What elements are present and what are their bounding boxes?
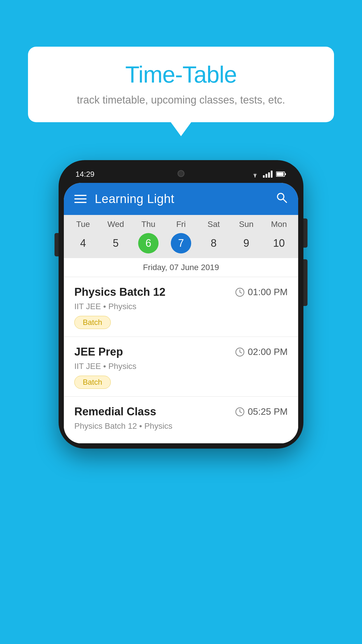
calendar-days-row: Tue4Wed5Thu6Fri7Sat8Sun9Mon10: [64, 220, 298, 258]
schedule-time: 02:00 PM: [235, 346, 288, 357]
speech-bubble-title: Time-Table: [45, 61, 317, 88]
schedule-item-header: Remedial Class 05:25 PM: [74, 405, 288, 418]
time-text: 05:25 PM: [248, 406, 288, 417]
battery-icon: [276, 171, 287, 177]
day-number: 6: [138, 233, 159, 253]
notch: [158, 165, 204, 181]
status-icons: [251, 171, 287, 178]
clock-icon: [235, 407, 245, 417]
day-name: Mon: [271, 220, 287, 229]
phone-screen: Learning Light Tue4Wed5Thu6Fri7Sat8Sun9M…: [64, 183, 298, 443]
day-name: Sat: [208, 220, 220, 229]
speech-bubble: Time-Table track timetable, upcoming cla…: [28, 47, 334, 122]
day-name: Wed: [107, 220, 124, 229]
calendar-date-label: Friday, 07 June 2019: [64, 258, 298, 277]
schedule-title: Remedial Class: [74, 405, 156, 418]
calendar-day-9[interactable]: Sun9: [230, 220, 262, 258]
schedule-time: 01:00 PM: [235, 287, 288, 298]
svg-rect-2: [285, 173, 286, 175]
speech-bubble-area: Time-Table track timetable, upcoming cla…: [0, 0, 362, 122]
app-bar: Learning Light: [64, 183, 298, 215]
clock-icon: [235, 347, 245, 357]
day-number: 7: [171, 233, 191, 253]
power-button-bottom: [303, 259, 307, 306]
batch-badge: Batch: [74, 376, 111, 389]
calendar-day-6[interactable]: Thu6: [132, 220, 164, 258]
calendar-day-8[interactable]: Sat8: [198, 220, 230, 258]
day-name: Tue: [76, 220, 90, 229]
clock-icon: [235, 287, 245, 297]
day-number: 8: [203, 233, 224, 253]
phone-outer: 14:29: [59, 160, 303, 449]
day-number: 5: [106, 233, 126, 253]
day-name: Thu: [141, 220, 155, 229]
search-icon[interactable]: [275, 191, 288, 206]
svg-line-14: [240, 412, 242, 413]
schedule-meta: IIT JEE • Physics: [74, 302, 288, 311]
schedule-title: Physics Batch 12: [74, 286, 166, 298]
svg-rect-3: [277, 172, 284, 176]
time-text: 01:00 PM: [248, 287, 288, 298]
schedule-meta: Physics Batch 12 • Physics: [74, 421, 288, 431]
svg-line-11: [240, 352, 242, 353]
day-number: 9: [236, 233, 256, 253]
schedule-item-2[interactable]: Remedial Class 05:25 PM Physics Batch 12…: [64, 397, 298, 443]
front-camera: [178, 170, 184, 177]
calendar-day-4[interactable]: Tue4: [67, 220, 99, 258]
phone-mockup: 14:29: [59, 160, 303, 449]
calendar-strip: Tue4Wed5Thu6Fri7Sat8Sun9Mon10 Friday, 07…: [64, 215, 298, 277]
schedule-item-0[interactable]: Physics Batch 12 01:00 PM IIT JEE • Phys…: [64, 277, 298, 337]
svg-point-0: [254, 176, 256, 177]
signal-icon: [263, 171, 273, 178]
wifi-icon: [251, 171, 259, 177]
schedule-item-header: Physics Batch 12 01:00 PM: [74, 286, 288, 298]
schedule-title: JEE Prep: [74, 346, 123, 358]
schedule-list: Physics Batch 12 01:00 PM IIT JEE • Phys…: [64, 277, 298, 443]
status-bar: 14:29: [64, 165, 298, 183]
status-time: 14:29: [75, 170, 94, 179]
app-title: Learning Light: [95, 192, 267, 206]
svg-line-5: [283, 199, 287, 202]
day-name: Sun: [239, 220, 254, 229]
day-number: 4: [73, 233, 93, 253]
schedule-meta: IIT JEE • Physics: [74, 362, 288, 371]
power-button-top: [303, 218, 307, 248]
schedule-time: 05:25 PM: [235, 406, 288, 417]
schedule-item-header: JEE Prep 02:00 PM: [74, 346, 288, 358]
calendar-day-10[interactable]: Mon10: [263, 220, 295, 258]
speech-bubble-subtitle: track timetable, upcoming classes, tests…: [45, 94, 317, 106]
calendar-day-5[interactable]: Wed5: [100, 220, 132, 258]
schedule-item-1[interactable]: JEE Prep 02:00 PM IIT JEE • Physics Batc…: [64, 337, 298, 397]
day-number: 10: [269, 233, 289, 253]
time-text: 02:00 PM: [248, 346, 288, 357]
volume-button: [55, 233, 59, 256]
batch-badge: Batch: [74, 316, 111, 329]
calendar-day-7[interactable]: Fri7: [165, 220, 197, 258]
hamburger-menu-icon[interactable]: [74, 195, 87, 203]
day-name: Fri: [176, 220, 186, 229]
svg-line-8: [240, 292, 242, 293]
